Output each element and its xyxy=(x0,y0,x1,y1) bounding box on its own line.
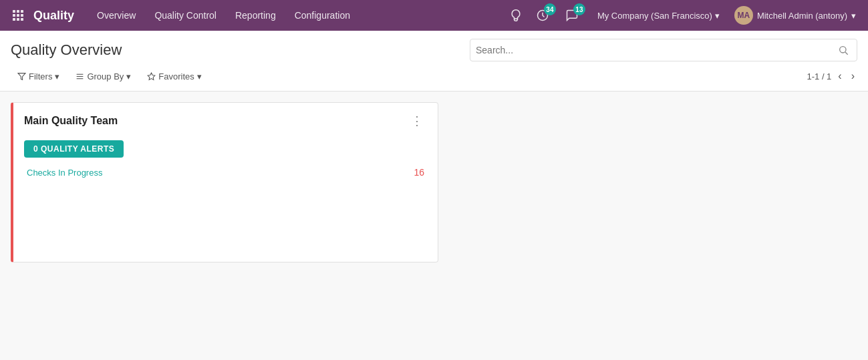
team-card-menu-icon[interactable]: ⋮ xyxy=(407,112,427,130)
nav-overview[interactable]: Overview xyxy=(88,0,145,31)
filters-chevron-icon: ▾ xyxy=(55,71,59,81)
svg-marker-7 xyxy=(148,73,155,79)
title-pagination-row: Quality Overview xyxy=(11,31,857,64)
star-icon-btn[interactable] xyxy=(507,6,525,25)
grid-menu-icon[interactable] xyxy=(8,5,28,25)
favorites-btn[interactable]: Favorites ▾ xyxy=(140,69,208,84)
team-card: Main Quality Team ⋮ 0 QUALITY ALERTS Che… xyxy=(11,102,438,262)
groupby-label: Group By xyxy=(87,71,124,81)
user-menu[interactable]: MA Mitchell Admin (antony) ▾ xyxy=(730,6,860,25)
favorites-chevron-icon: ▾ xyxy=(197,71,202,81)
team-card-title: Main Quality Team xyxy=(24,115,118,127)
svg-line-2 xyxy=(845,52,848,55)
checks-row: Checks In Progress 16 xyxy=(24,167,427,178)
favorites-label: Favorites xyxy=(158,71,194,81)
search-box xyxy=(470,39,857,61)
nav-quality-control[interactable]: Quality Control xyxy=(145,0,226,31)
user-chevron-icon: ▾ xyxy=(851,11,856,21)
user-name: Mitchell Admin (antony) xyxy=(757,11,847,21)
groupby-icon xyxy=(76,72,84,81)
pagination-prev-btn[interactable]: ‹ xyxy=(835,69,844,83)
company-chevron-icon: ▾ xyxy=(715,11,720,21)
pagination-next-btn[interactable]: › xyxy=(849,69,857,83)
clock-badge-btn[interactable]: 34 xyxy=(533,6,552,25)
clock-badge: 34 xyxy=(544,3,556,15)
nav-reporting[interactable]: Reporting xyxy=(226,0,285,31)
filters-label: Filters xyxy=(29,71,52,81)
company-selector[interactable]: My Company (San Francisco) ▾ xyxy=(592,11,725,21)
chat-icon-btn[interactable]: 13 xyxy=(563,6,581,25)
page-content: Quality Overview xyxy=(0,31,868,360)
team-card-header: Main Quality Team ⋮ xyxy=(13,103,438,136)
top-area: Quality Overview xyxy=(0,31,868,92)
navbar-right: 34 13 My Company (San Francisco) ▾ MA Mi… xyxy=(507,6,860,25)
groupby-chevron-icon: ▾ xyxy=(126,71,131,81)
avatar: MA xyxy=(734,6,753,25)
star-favorites-icon xyxy=(147,72,156,81)
company-name: My Company (San Francisco) xyxy=(597,11,712,21)
pagination-text: 1-1 / 1 xyxy=(807,71,831,81)
checks-in-progress-link[interactable]: Checks In Progress xyxy=(27,168,102,178)
groupby-btn[interactable]: Group By ▾ xyxy=(69,69,138,84)
navbar: Quality Overview Quality Control Reporti… xyxy=(0,0,868,31)
search-submit-icon[interactable] xyxy=(835,42,851,58)
search-and-pagination xyxy=(470,39,857,61)
nav-configuration[interactable]: Configuration xyxy=(285,0,359,31)
main-nav: Overview Quality Control Reporting Confi… xyxy=(88,0,507,31)
checks-count: 16 xyxy=(414,167,424,178)
app-shell: Quality Overview Quality Control Reporti… xyxy=(0,0,868,360)
svg-marker-3 xyxy=(18,73,25,79)
quality-alerts-btn[interactable]: 0 QUALITY ALERTS xyxy=(24,140,124,158)
search-input[interactable] xyxy=(476,45,835,55)
filters-btn[interactable]: Filters ▾ xyxy=(11,69,66,84)
filter-icon xyxy=(17,72,26,81)
chat-badge: 13 xyxy=(573,3,585,15)
app-title: Quality xyxy=(33,9,74,23)
page-title: Quality Overview xyxy=(11,41,122,59)
filter-row: Filters ▾ Group By ▾ Favorit xyxy=(11,64,857,91)
pagination-right: 1-1 / 1 ‹ › xyxy=(807,69,857,83)
svg-point-1 xyxy=(840,47,846,53)
main-content: Main Quality Team ⋮ 0 QUALITY ALERTS Che… xyxy=(0,92,868,273)
team-card-body: 0 QUALITY ALERTS Checks In Progress 16 xyxy=(13,136,438,188)
